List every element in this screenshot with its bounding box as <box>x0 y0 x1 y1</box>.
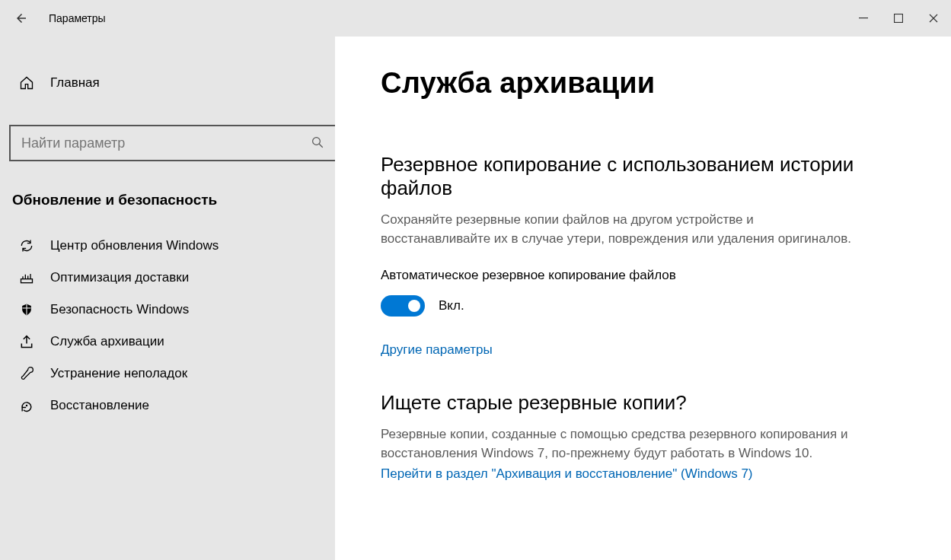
sidebar-item-backup[interactable]: Служба архивации <box>5 326 335 358</box>
backup-toggle[interactable] <box>381 295 425 317</box>
toggle-label: Автоматическое резервное копирование фай… <box>381 268 905 283</box>
content-pane: Служба архивации Резервное копирование с… <box>335 37 951 560</box>
sidebar-item-windows-update[interactable]: Центр обновления Windows <box>5 230 335 262</box>
window-controls <box>846 0 951 37</box>
svg-rect-0 <box>859 18 868 18</box>
search-box[interactable] <box>9 125 337 161</box>
sync-icon <box>18 238 35 253</box>
svg-rect-1 <box>895 14 903 23</box>
minimize-button[interactable] <box>846 0 881 37</box>
close-icon <box>929 14 938 23</box>
wrench-icon <box>18 366 35 381</box>
recovery-icon <box>18 398 35 413</box>
sidebar-home[interactable]: Главная <box>5 67 335 99</box>
legacy-backup-link[interactable]: Перейти в раздел "Архивация и восстановл… <box>381 466 753 482</box>
sidebar-item-delivery-optimization[interactable]: Оптимизация доставки <box>5 262 335 294</box>
window-title: Параметры <box>49 12 106 24</box>
delivery-icon <box>18 270 35 285</box>
sidebar-item-label: Оптимизация доставки <box>50 270 189 285</box>
svg-line-3 <box>319 144 323 148</box>
svg-rect-4 <box>21 279 33 283</box>
search-input[interactable] <box>21 135 311 151</box>
sidebar-item-label: Восстановление <box>50 398 149 413</box>
section-heading-filehistory: Резервное копирование с использованием и… <box>381 153 905 200</box>
minimize-icon <box>859 14 868 23</box>
shield-icon <box>18 302 35 317</box>
sidebar-category: Обновление и безопасность <box>5 180 335 230</box>
backup-icon <box>18 334 35 349</box>
sidebar-item-label: Безопасность Windows <box>50 302 189 317</box>
section-desc-filehistory: Сохраняйте резервные копии файлов на дру… <box>381 211 853 248</box>
svg-point-5 <box>26 405 28 407</box>
titlebar: Параметры <box>0 0 951 37</box>
sidebar-item-windows-security[interactable]: Безопасность Windows <box>5 294 335 326</box>
toggle-state: Вкл. <box>439 298 464 313</box>
close-button[interactable] <box>916 0 951 37</box>
sidebar-item-label: Центр обновления Windows <box>50 238 219 253</box>
sidebar-item-label: Устранение неполадок <box>50 366 187 381</box>
more-options-link[interactable]: Другие параметры <box>381 342 493 358</box>
maximize-icon <box>894 14 903 23</box>
home-icon <box>18 75 35 91</box>
sidebar-item-recovery[interactable]: Восстановление <box>5 390 335 422</box>
maximize-button[interactable] <box>881 0 916 37</box>
section-heading-oldbackups: Ищете старые резервные копии? <box>381 391 905 415</box>
sidebar-home-label: Главная <box>50 75 100 91</box>
search-icon <box>311 135 324 151</box>
sidebar: Главная Обновление и безопасность Центр … <box>0 37 335 560</box>
svg-point-2 <box>313 137 321 145</box>
page-title: Служба архивации <box>381 67 905 100</box>
sidebar-item-label: Служба архивации <box>50 334 164 349</box>
toggle-row: Вкл. <box>381 295 905 317</box>
toggle-knob <box>408 300 420 312</box>
back-button[interactable] <box>3 0 40 37</box>
sidebar-item-troubleshoot[interactable]: Устранение неполадок <box>5 358 335 390</box>
arrow-left-icon <box>14 11 28 25</box>
section-desc-oldbackups: Резервные копии, созданные с помощью сре… <box>381 425 853 463</box>
